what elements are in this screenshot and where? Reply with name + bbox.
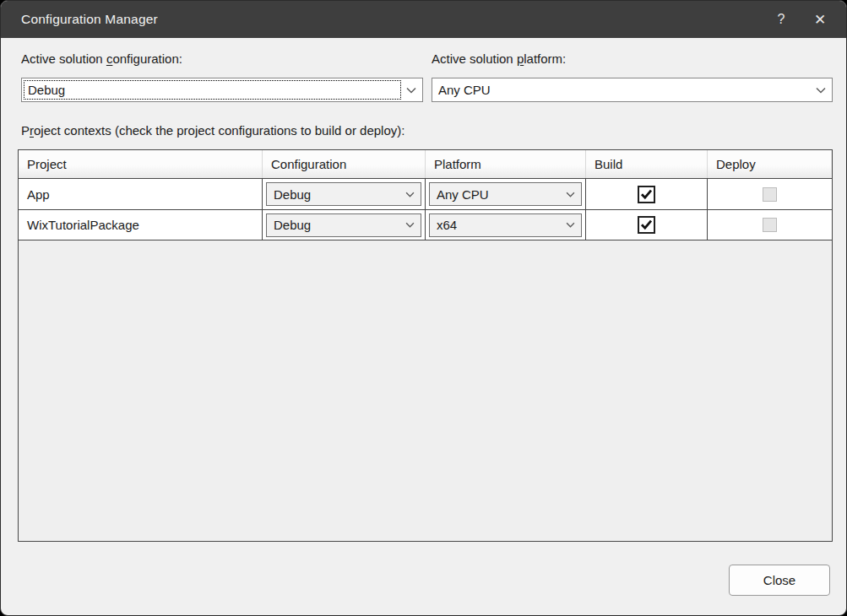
window-close-button[interactable]: ✕ bbox=[801, 1, 839, 38]
grid-row-wixtutorialpackage[interactable]: WixTutorialPackage Debug x64 bbox=[19, 209, 832, 240]
title-bar: Configuration Manager ? ✕ bbox=[1, 1, 846, 38]
column-header-build: Build bbox=[586, 150, 708, 178]
chevron-down-icon bbox=[810, 87, 832, 94]
active-platform-select[interactable]: Any CPU bbox=[432, 78, 833, 102]
label-text: P bbox=[21, 123, 30, 138]
configuration-manager-dialog: Configuration Manager ? ✕ Active solutio… bbox=[0, 0, 847, 616]
row-configuration-select[interactable]: Debug bbox=[266, 182, 421, 206]
label-text: Active solution bbox=[21, 51, 106, 66]
label-text: oject contexts (check the project config… bbox=[34, 123, 404, 138]
active-configuration-label: Active solution configuration: bbox=[21, 51, 182, 66]
build-checkbox[interactable] bbox=[638, 216, 655, 234]
grid-header-row: Project Configuration Platform Build Dep… bbox=[19, 150, 832, 178]
column-header-platform: Platform bbox=[426, 150, 586, 178]
close-icon: ✕ bbox=[814, 11, 826, 29]
help-button[interactable]: ? bbox=[762, 1, 801, 38]
grid-row-app[interactable]: App Debug Any CPU bbox=[19, 178, 832, 209]
label-text: latform: bbox=[524, 51, 566, 66]
project-name-cell: App bbox=[19, 179, 263, 209]
row-configuration-select[interactable]: Debug bbox=[266, 213, 421, 237]
build-cell bbox=[586, 179, 708, 209]
chevron-down-icon bbox=[559, 222, 581, 228]
project-contexts-label: Project contexts (check the project conf… bbox=[21, 123, 404, 138]
column-header-deploy: Deploy bbox=[708, 150, 831, 178]
label-text: Active solution bbox=[432, 51, 517, 66]
window-title: Configuration Manager bbox=[21, 12, 762, 27]
row-platform-value: Any CPU bbox=[430, 187, 559, 202]
project-name-cell: WixTutorialPackage bbox=[19, 210, 263, 240]
platform-cell: x64 bbox=[426, 210, 586, 240]
active-platform-value: Any CPU bbox=[432, 83, 810, 97]
deploy-cell bbox=[708, 210, 831, 240]
column-header-project: Project bbox=[19, 150, 263, 178]
configuration-cell: Debug bbox=[263, 179, 426, 209]
chevron-down-icon bbox=[399, 222, 421, 228]
chevron-down-icon bbox=[400, 87, 422, 94]
platform-cell: Any CPU bbox=[426, 179, 586, 209]
build-cell bbox=[586, 210, 708, 240]
label-mnemonic: p bbox=[517, 51, 524, 66]
project-contexts-grid: Project Configuration Platform Build Dep… bbox=[18, 149, 833, 542]
chevron-down-icon bbox=[399, 192, 421, 197]
deploy-checkbox bbox=[763, 218, 777, 232]
deploy-checkbox bbox=[763, 187, 777, 202]
help-icon: ? bbox=[778, 12, 785, 27]
active-configuration-value: Debug bbox=[22, 83, 400, 97]
row-platform-select[interactable]: Any CPU bbox=[429, 182, 582, 206]
close-button[interactable]: Close bbox=[729, 565, 830, 596]
active-platform-label: Active solution platform: bbox=[432, 51, 566, 66]
row-configuration-value: Debug bbox=[267, 187, 399, 202]
deploy-cell bbox=[708, 179, 831, 209]
column-header-configuration: Configuration bbox=[263, 150, 426, 178]
build-checkbox[interactable] bbox=[638, 186, 655, 203]
row-configuration-value: Debug bbox=[267, 218, 399, 232]
label-text: onfiguration: bbox=[112, 51, 182, 66]
configuration-cell: Debug bbox=[263, 210, 426, 240]
row-platform-value: x64 bbox=[430, 218, 559, 232]
row-platform-select[interactable]: x64 bbox=[429, 213, 582, 237]
active-configuration-select[interactable]: Debug bbox=[21, 78, 423, 102]
chevron-down-icon bbox=[559, 192, 581, 197]
